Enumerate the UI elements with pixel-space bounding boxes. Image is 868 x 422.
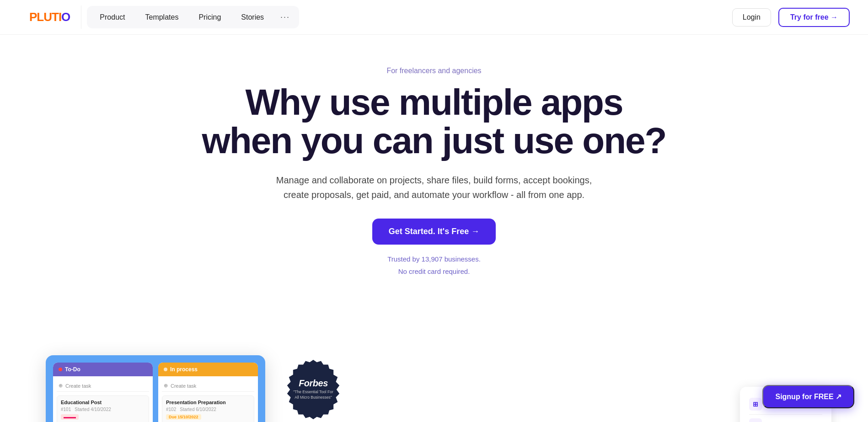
nav-right: Login Try for free → [732,8,850,27]
task-1-meta: #101 Started 4/10/2022 [61,407,145,412]
trust-line1: Trusted by 13,907 businesses. [178,253,690,265]
task-1-id: #101 [61,407,71,412]
nav-link-pricing[interactable]: Pricing [189,10,230,25]
nav-links-container: Product Templates Pricing Stories ··· [87,6,299,28]
create-task-label-inprocess: Create task [171,383,196,389]
try-for-free-button[interactable]: Try for free → [778,8,850,27]
inprocess-dot [164,368,167,371]
kanban-col-todo: To-Do ⊕ Create task Educational Post #10… [53,363,153,422]
logo[interactable]: PLUTIO [29,10,70,24]
task-1-title: Educational Post [61,400,145,405]
get-started-button[interactable]: Get Started. It's Free → [372,219,496,245]
hero-section: For freelancers and agencies Why use mul… [160,35,708,296]
task-2-due: Due 15/10/2022 [166,414,201,420]
forbes-name: Forbes [299,379,328,388]
task-2-id: #102 [166,407,176,412]
kanban-todo-body: ⊕ Create task Educational Post #101 Star… [53,376,153,422]
task-1-started: Started 4/10/2022 [75,407,111,412]
create-task-label-todo: Create task [65,383,91,389]
task-card-2[interactable]: Presentation Preparation #102 Started 6/… [162,395,254,422]
signup-floating-button[interactable]: Signup for FREE ↗ [762,385,854,408]
hero-title-line2: when you can just use one? [202,120,666,161]
kanban-col-inprocess: In process ⊕ Create task Presentation Pr… [158,363,258,422]
hero-title-line1: Why use multiple apps [246,82,623,123]
nav-link-templates[interactable]: Templates [136,10,188,25]
trust-line2: No credit card required. [178,265,690,278]
create-task-inprocess[interactable]: ⊕ Create task [162,380,254,392]
task-2-started: Started 6/10/2022 [180,407,216,412]
kanban-header-inprocess: In process [158,363,258,376]
forbes-badge: Forbes "The Essential Tool For All Micro… [284,360,343,419]
forbes-quote: "The Essential Tool For All Micro Busine… [291,390,336,401]
nav-more-icon[interactable]: ··· [275,9,295,26]
bottom-section: To-Do ⊕ Create task Educational Post #10… [0,310,868,422]
hero-tag: For freelancers and agencies [178,67,690,75]
logo-accent: O [61,10,70,24]
todo-dot [59,368,62,371]
hero-subtitle: Manage and collaborate on projects, shar… [274,173,594,202]
task-2-meta: #102 Started 6/10/2022 [166,407,250,412]
kanban-inprocess-body: ⊕ Create task Presentation Preparation #… [158,376,258,422]
invoicing-icon: ▦ [749,418,762,422]
task-1-tag: ▬▬▬ [61,414,79,420]
hero-title: Why use multiple apps when you can just … [178,83,690,160]
task-2-title: Presentation Preparation [166,400,250,405]
plus-icon-todo: ⊕ [59,383,63,389]
logo-text: PLUTI [29,10,61,24]
inprocess-label: In process [170,366,198,373]
projects-icon: ⊞ [749,398,762,411]
todo-label: To-Do [65,366,80,373]
kanban-header-todo: To-Do [53,363,153,376]
nav-left: PLUTIO Product Templates Pricing Stories… [18,5,299,29]
logo-wrapper: PLUTIO [18,5,81,29]
create-task-todo[interactable]: ⊕ Create task [57,380,149,392]
nav-link-product[interactable]: Product [91,10,134,25]
login-button[interactable]: Login [732,8,771,27]
nav-link-stories[interactable]: Stories [232,10,273,25]
task-card-1[interactable]: Educational Post #101 Started 4/10/2022 … [57,395,149,422]
plus-icon-inprocess: ⊕ [164,383,168,389]
app-mockup: To-Do ⊕ Create task Educational Post #10… [46,355,265,422]
hero-trust: Trusted by 13,907 businesses. No credit … [178,253,690,278]
side-panel-item-invoicing[interactable]: ▦ Invoicing [749,415,822,422]
kanban-board: To-Do ⊕ Create task Educational Post #10… [53,363,258,422]
navigation: PLUTIO Product Templates Pricing Stories… [0,0,868,35]
